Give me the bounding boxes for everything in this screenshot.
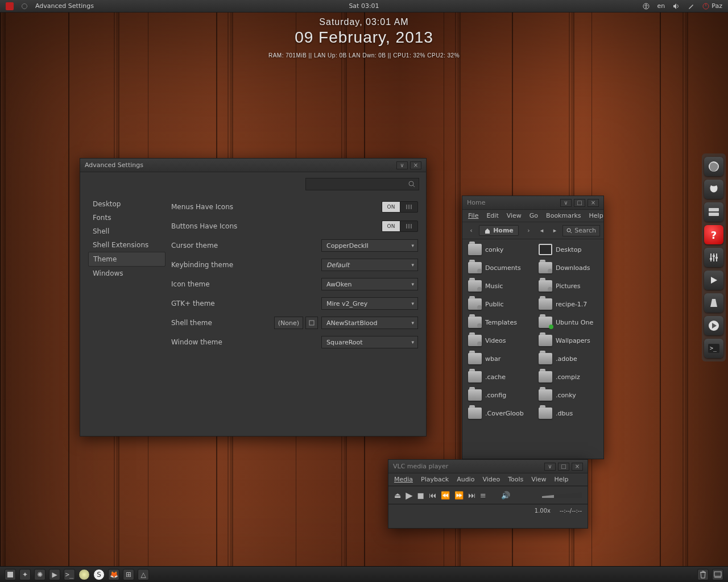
task-menu[interactable]: [5, 569, 16, 580]
folder-templates[interactable]: Templates: [468, 317, 527, 328]
task-clock[interactable]: [78, 569, 90, 580]
menu-help[interactable]: Help: [554, 476, 568, 483]
fm-content[interactable]: conky Documents Music Public Templates V…: [462, 239, 603, 459]
nav-next-button[interactable]: ▸: [549, 225, 560, 236]
a11y-icon[interactable]: [643, 3, 650, 10]
minimize-button[interactable]: ∨: [560, 199, 572, 207]
task-grid[interactable]: ⊞: [123, 569, 134, 580]
folder-public[interactable]: Public: [468, 298, 527, 310]
minimize-button[interactable]: ∨: [544, 463, 556, 471]
menu-go[interactable]: Go: [530, 212, 538, 219]
task-play[interactable]: ▶: [49, 569, 60, 580]
keyboard-layout[interactable]: en: [657, 2, 665, 10]
window-theme-select[interactable]: SquareRoot▾: [321, 336, 418, 348]
dock-terminal[interactable]: >_: [704, 339, 723, 358]
dock-mixer[interactable]: [704, 248, 723, 267]
adv-search-input[interactable]: [305, 178, 419, 190]
forward-button[interactable]: ⏩: [454, 491, 464, 500]
shell-theme-none-button[interactable]: (None): [274, 317, 303, 329]
vlc-titlebar[interactable]: VLC media player ∨ □ ×: [388, 460, 588, 473]
folder-recipe[interactable]: recipe-1.7: [539, 298, 598, 310]
task-firefox[interactable]: 🦊: [108, 569, 119, 580]
dock-files[interactable]: [704, 202, 723, 222]
task-cone[interactable]: △: [138, 569, 149, 580]
folder-ubuntu-one[interactable]: Ubuntu One: [539, 317, 598, 328]
vlc-speed[interactable]: 1.00x: [535, 508, 551, 514]
menus-icons-toggle[interactable]: ON: [382, 201, 418, 213]
top-clock[interactable]: Sat 03:01: [349, 2, 379, 10]
adv-titlebar[interactable]: Advanced Settings ∨ ×: [80, 159, 426, 172]
menu-file[interactable]: File: [468, 212, 478, 219]
dock-firefox[interactable]: [704, 157, 723, 176]
edit-icon[interactable]: [688, 3, 694, 10]
minimize-button[interactable]: ∨: [396, 161, 408, 169]
folder-music[interactable]: Music: [468, 280, 527, 292]
top-app-title[interactable]: Advanced Settings: [35, 2, 94, 10]
close-button[interactable]: ×: [588, 199, 599, 207]
speaker-icon[interactable]: 🔊: [501, 491, 510, 500]
close-button[interactable]: ×: [410, 161, 421, 169]
breadcrumb-home[interactable]: Home: [479, 225, 519, 236]
prev-track-button[interactable]: ⏮: [429, 491, 436, 500]
search-button[interactable]: Search: [562, 225, 600, 236]
menu-audio[interactable]: Audio: [457, 476, 474, 483]
buttons-icons-toggle[interactable]: ON: [382, 221, 418, 232]
task-swirl[interactable]: ✺: [34, 569, 46, 580]
menu-help[interactable]: Help: [589, 212, 603, 219]
dock-media[interactable]: [704, 316, 723, 335]
folder-conky[interactable]: conky: [468, 244, 527, 255]
nav-back-button[interactable]: ‹: [466, 225, 477, 236]
folder-covergloob[interactable]: .CoverGloob: [468, 408, 527, 419]
fm-titlebar[interactable]: Home ∨ □ ×: [462, 196, 603, 210]
menu-media[interactable]: Media: [394, 476, 413, 483]
sidebar-item-theme[interactable]: Theme: [88, 252, 166, 267]
close-button[interactable]: ×: [572, 463, 583, 471]
dock-help[interactable]: ?: [704, 225, 723, 244]
folder-desktop[interactable]: Desktop: [539, 244, 598, 255]
folder-pictures[interactable]: Pictures: [539, 280, 598, 292]
shell-theme-select[interactable]: ANewStartBlood▾: [321, 317, 418, 329]
maximize-button[interactable]: □: [558, 463, 569, 471]
rewind-button[interactable]: ⏪: [441, 491, 450, 500]
folder-videos[interactable]: Videos: [468, 335, 527, 346]
menu-tools[interactable]: Tools: [508, 476, 523, 483]
volume-icon[interactable]: [673, 3, 680, 10]
play-button[interactable]: ▶: [406, 490, 412, 501]
nav-forward-button[interactable]: ›: [523, 225, 534, 236]
sidebar-item-windows[interactable]: Windows: [88, 267, 166, 280]
nav-prev-button[interactable]: ◂: [536, 225, 547, 236]
stop-button[interactable]: ■: [417, 491, 424, 500]
folder-wallpapers[interactable]: Wallpapers: [539, 335, 598, 346]
cursor-theme-select[interactable]: CopperDeckII▾: [321, 239, 418, 252]
eject-button[interactable]: ⏏: [394, 491, 401, 500]
tray-desktop[interactable]: [712, 569, 723, 580]
folder-conky2[interactable]: .conky: [539, 389, 598, 401]
sidebar-item-fonts[interactable]: Fonts: [88, 211, 166, 225]
sidebar-item-shell-extensions[interactable]: Shell Extensions: [88, 238, 166, 252]
folder-config[interactable]: .config: [468, 389, 527, 401]
folder-adobe[interactable]: .adobe: [539, 353, 598, 364]
sidebar-item-desktop[interactable]: Desktop: [88, 197, 166, 211]
next-track-button[interactable]: ⏭: [468, 491, 475, 500]
tray-trash[interactable]: [697, 569, 709, 580]
menu-playback[interactable]: Playback: [421, 476, 449, 483]
icon-theme-select[interactable]: AwOken▾: [321, 278, 418, 290]
maximize-button[interactable]: □: [574, 199, 585, 207]
folder-wbar[interactable]: wbar: [468, 353, 527, 364]
folder-cache[interactable]: .cache: [468, 371, 527, 383]
dock-gnome[interactable]: [704, 180, 723, 199]
shell-theme-browse-button[interactable]: [305, 317, 318, 329]
gtk-theme-select[interactable]: Mire v2_Grey▾: [321, 297, 418, 310]
sidebar-item-shell[interactable]: Shell: [88, 225, 166, 238]
record-indicator-icon[interactable]: [22, 3, 27, 9]
folder-compiz[interactable]: .compiz: [539, 371, 598, 383]
user-menu[interactable]: Paz: [702, 2, 722, 10]
keybind-theme-select[interactable]: Default▾: [321, 259, 418, 271]
volume-slider[interactable]: [542, 492, 582, 498]
playlist-button[interactable]: ≡: [480, 491, 486, 500]
dock-vlc[interactable]: [704, 293, 723, 313]
folder-documents[interactable]: Documents: [468, 262, 527, 273]
menu-edit[interactable]: Edit: [486, 212, 498, 219]
menu-view[interactable]: View: [531, 476, 546, 483]
dock-play[interactable]: [704, 271, 723, 290]
